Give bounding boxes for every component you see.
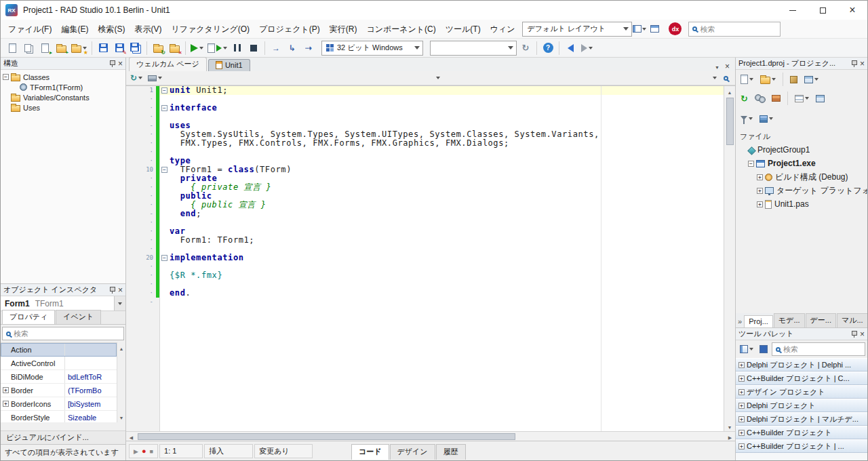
pm-tab-1[interactable]: モデ... xyxy=(774,313,805,327)
fold-toggle-icon[interactable]: − xyxy=(161,255,167,261)
inspector-tab-1[interactable]: イベント xyxy=(56,310,101,324)
property-row-4[interactable]: +BorderIcons[biSystem xyxy=(1,397,117,411)
target-platform-combo[interactable]: 32 ビット Windows xyxy=(321,41,423,56)
palette-search[interactable] xyxy=(772,342,865,356)
expand-icon[interactable]: + xyxy=(3,401,9,407)
expand-icon[interactable]: + xyxy=(738,430,745,436)
menu-item-1[interactable]: 編集(E) xyxy=(56,22,93,37)
palette-category-4[interactable]: +Delphi プロジェクト | マルチデ... xyxy=(736,412,867,426)
minimize-button[interactable] xyxy=(778,1,808,20)
navigate-forward-button[interactable] xyxy=(579,40,594,56)
palette-category-3[interactable]: +Delphi プロジェクト xyxy=(736,399,867,412)
run-to-cursor-button[interactable]: ⇢ xyxy=(301,40,316,56)
group-by-button[interactable] xyxy=(757,111,775,126)
menu-item-7[interactable]: コンポーネント(C) xyxy=(361,22,440,37)
dx-badge[interactable]: dx xyxy=(669,22,682,35)
pin-icon[interactable] xyxy=(851,330,857,338)
list-view-button[interactable] xyxy=(793,91,811,106)
expand-icon[interactable]: + xyxy=(738,376,745,382)
tree-expander-icon[interactable]: + xyxy=(757,201,763,207)
structure-item-2[interactable]: Variables/Constants xyxy=(1,92,125,102)
tree-expander-icon[interactable]: + xyxy=(757,188,763,194)
help-button[interactable]: ? xyxy=(540,40,555,56)
print-button[interactable] xyxy=(146,72,163,84)
close-button[interactable]: × xyxy=(837,1,867,20)
pm-tab-3[interactable]: マル... xyxy=(837,313,867,327)
palette-keyboard-button[interactable] xyxy=(757,342,770,357)
project-item-3[interactable]: +ターゲット プラットフォーム ... xyxy=(737,184,867,197)
close-icon[interactable]: × xyxy=(118,286,123,294)
palette-category-2[interactable]: +デザイン プロジェクト xyxy=(736,385,867,399)
property-row-0[interactable]: Action xyxy=(1,343,117,357)
palette-category-6[interactable]: +C++Builder プロジェクト | ... xyxy=(736,439,867,453)
view-tab-2[interactable]: 履歴 xyxy=(436,444,466,460)
structure-item-3[interactable]: Uses xyxy=(1,102,125,113)
menu-item-3[interactable]: 表示(V) xyxy=(130,22,166,37)
menu-item-8[interactable]: ツール(T) xyxy=(441,22,486,37)
add-to-project-button[interactable] xyxy=(758,72,778,87)
save-button[interactable] xyxy=(96,40,111,56)
code-editor[interactable]: 1···-····10····-····20····- −unit Unit1;… xyxy=(126,85,735,431)
new-project-button[interactable] xyxy=(738,72,755,87)
property-value[interactable]: bdLeftToR xyxy=(65,373,117,381)
member-navigator-combo[interactable] xyxy=(443,72,717,84)
pin-icon[interactable] xyxy=(851,60,857,67)
close-icon[interactable]: × xyxy=(860,330,865,338)
project-item-2[interactable]: +ビルド構成 (Debug) xyxy=(737,170,867,184)
structure-tree[interactable]: −ClassesTForm1(TForm)Variables/Constants… xyxy=(1,70,125,283)
tree-expander-icon[interactable]: + xyxy=(757,174,763,180)
refresh-button[interactable]: ↻ xyxy=(129,72,144,84)
expand-icon[interactable]: + xyxy=(738,362,745,368)
expand-icon[interactable]: + xyxy=(738,389,745,395)
macro-stop-icon[interactable] xyxy=(150,447,153,455)
scroll-down-button[interactable] xyxy=(724,421,735,431)
build-config-combo[interactable] xyxy=(430,41,517,56)
options-button[interactable] xyxy=(814,91,827,106)
property-row-2[interactable]: BiDiModebdLeftToR xyxy=(1,370,117,384)
menu-item-6[interactable]: 実行(R) xyxy=(325,22,362,37)
pm-tab-2[interactable]: デー... xyxy=(806,313,836,327)
pause-button[interactable] xyxy=(230,40,245,56)
editor-vscrollbar[interactable] xyxy=(724,86,735,431)
pm-tab-0[interactable]: Proj... xyxy=(744,315,773,327)
palette-category-5[interactable]: +C++Builder プロジェクト xyxy=(736,426,867,439)
run-without-debugging-button[interactable] xyxy=(206,40,229,56)
run-button[interactable] xyxy=(189,40,205,56)
menu-item-0[interactable]: ファイル(F) xyxy=(3,22,56,37)
view-tab-0[interactable]: コード xyxy=(351,444,389,460)
new-file-button[interactable] xyxy=(5,40,20,56)
close-tab-icon[interactable] xyxy=(725,62,730,71)
structure-item-1[interactable]: TForm1(TForm) xyxy=(1,82,125,92)
palette-category-0[interactable]: +Delphi プロジェクト | Delphi ... xyxy=(736,358,867,372)
pin-icon[interactable] xyxy=(109,60,115,67)
menu-item-9[interactable]: ウィン xyxy=(486,22,520,37)
scroll-left-button[interactable] xyxy=(126,432,136,441)
view-mode-button[interactable] xyxy=(802,72,821,87)
property-grid[interactable]: ActionActiveControlBiDiModebdLeftToR+Bor… xyxy=(1,342,117,422)
project-item-0[interactable]: ProjectGroup1 xyxy=(737,143,867,157)
sync-project-button[interactable]: ↻ xyxy=(738,91,750,106)
inspector-search[interactable] xyxy=(2,327,124,340)
open-file-button[interactable] xyxy=(21,40,36,56)
stop-button[interactable] xyxy=(246,40,261,56)
scroll-up-icon[interactable] xyxy=(119,343,124,353)
step-over-button[interactable]: → xyxy=(269,40,283,56)
ide-search[interactable] xyxy=(688,22,781,37)
macro-play-icon[interactable] xyxy=(134,447,138,455)
scroll-up-button[interactable] xyxy=(724,86,735,96)
uses-navigator-combo[interactable] xyxy=(166,72,440,84)
property-row-1[interactable]: ActiveControl xyxy=(1,357,117,370)
close-icon[interactable]: × xyxy=(860,60,865,68)
fold-toggle-icon[interactable]: − xyxy=(161,105,167,111)
tree-expander-icon[interactable]: − xyxy=(3,74,9,80)
pin-icon[interactable] xyxy=(109,286,115,294)
save-as-button[interactable]: ✎ xyxy=(112,40,127,56)
vscroll-thumb[interactable] xyxy=(726,98,734,145)
project-item-4[interactable]: +Unit1.pas xyxy=(737,197,867,211)
property-grid-scrollbar[interactable] xyxy=(117,342,125,422)
property-value[interactable]: [biSystem xyxy=(65,400,117,408)
close-all-button[interactable]: × xyxy=(167,40,182,56)
editor-tab-1[interactable]: Unit1 xyxy=(208,59,250,71)
build-button[interactable] xyxy=(753,91,767,106)
editor-tab-0[interactable]: ウェルカム ページ xyxy=(129,57,207,71)
